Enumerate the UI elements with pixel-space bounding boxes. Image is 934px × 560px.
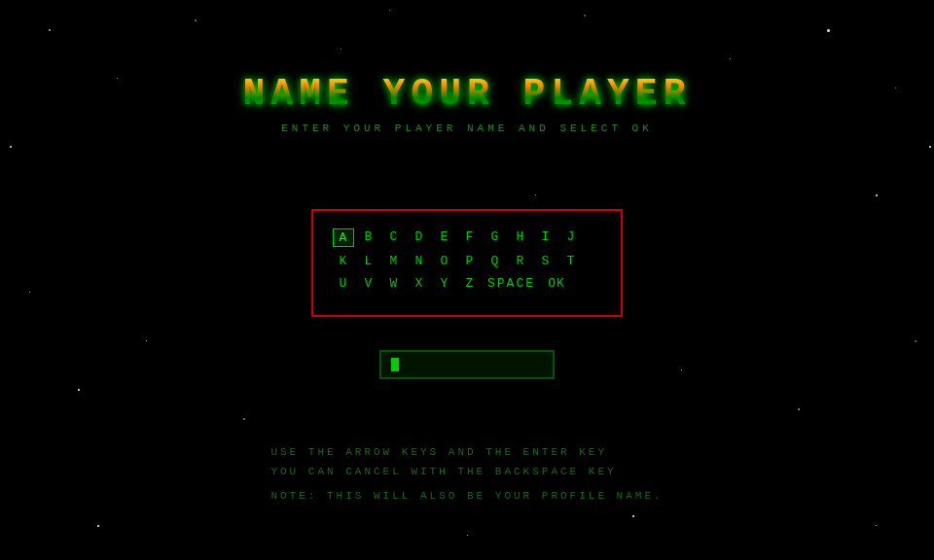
key-V[interactable]: V xyxy=(358,275,379,292)
star xyxy=(632,515,634,517)
star xyxy=(243,418,245,420)
star xyxy=(10,146,12,148)
star xyxy=(876,194,878,196)
star xyxy=(97,525,99,527)
star xyxy=(117,78,118,79)
star xyxy=(29,292,30,293)
star xyxy=(195,19,197,21)
star xyxy=(78,389,80,391)
key-B[interactable]: B xyxy=(358,228,379,247)
key-G[interactable]: G xyxy=(485,228,506,247)
keyboard-area: A B C D E F G H I J K L M N O P Q R S T … xyxy=(311,209,623,317)
key-H[interactable]: H xyxy=(510,228,531,247)
key-T[interactable]: T xyxy=(560,253,582,269)
subtitle-text: ENTER YOUR PLAYER NAME AND SELECT OK xyxy=(243,122,692,134)
key-A[interactable]: A xyxy=(333,228,354,247)
key-Z[interactable]: Z xyxy=(459,275,481,292)
key-SPACE[interactable]: SPACE xyxy=(485,275,538,292)
keyboard-row-1: A B C D E F G H I J xyxy=(333,228,601,247)
key-Y[interactable]: Y xyxy=(434,275,455,292)
star xyxy=(146,340,147,341)
title-area: NAME YOUR PLAYER ENTER YOUR PLAYER NAME … xyxy=(243,73,692,134)
key-F[interactable]: F xyxy=(459,228,481,247)
instructions-area: USE THE ARROW KEYS AND THE ENTER KEY YOU… xyxy=(270,443,663,502)
instruction-line-2: YOU CAN CANCEL WITH THE BACKSPACE KEY xyxy=(270,463,663,482)
star xyxy=(389,10,390,11)
key-L[interactable]: L xyxy=(358,253,379,269)
key-E[interactable]: E xyxy=(434,228,455,247)
star xyxy=(876,525,877,526)
star xyxy=(915,340,916,342)
star xyxy=(584,15,586,17)
keyboard-row-2: K L M N O P Q R S T xyxy=(333,253,601,269)
star xyxy=(535,194,536,195)
star xyxy=(895,88,896,88)
star xyxy=(467,535,468,536)
keyboard-border: A B C D E F G H I J K L M N O P Q R S T … xyxy=(311,209,623,317)
key-M[interactable]: M xyxy=(383,253,405,269)
key-R[interactable]: R xyxy=(510,253,531,269)
key-I[interactable]: I xyxy=(535,228,557,247)
star xyxy=(49,29,51,31)
keyboard-row-3: U V W X Y Z SPACE OK xyxy=(333,275,601,292)
key-S[interactable]: S xyxy=(535,253,557,269)
star xyxy=(341,49,341,50)
star xyxy=(798,408,800,410)
cursor xyxy=(391,358,399,371)
star xyxy=(730,58,731,59)
star xyxy=(929,146,931,148)
name-input-area xyxy=(379,350,555,379)
key-J[interactable]: J xyxy=(560,228,582,247)
key-N[interactable]: N xyxy=(409,253,430,269)
key-K[interactable]: K xyxy=(333,253,354,269)
key-OK[interactable]: OK xyxy=(542,275,571,292)
instruction-line-1: USE THE ARROW KEYS AND THE ENTER KEY xyxy=(270,443,663,463)
key-U[interactable]: U xyxy=(333,275,354,292)
instruction-note: NOTE: THIS WILL ALSO BE YOUR PROFILE NAM… xyxy=(270,490,663,502)
key-D[interactable]: D xyxy=(409,228,430,247)
key-X[interactable]: X xyxy=(409,275,430,292)
key-C[interactable]: C xyxy=(383,228,405,247)
key-Q[interactable]: Q xyxy=(485,253,506,269)
key-O[interactable]: O xyxy=(434,253,455,269)
page-title: NAME YOUR PLAYER xyxy=(243,73,692,115)
star xyxy=(827,29,830,32)
key-P[interactable]: P xyxy=(459,253,481,269)
star xyxy=(681,369,682,370)
key-W[interactable]: W xyxy=(383,275,405,292)
